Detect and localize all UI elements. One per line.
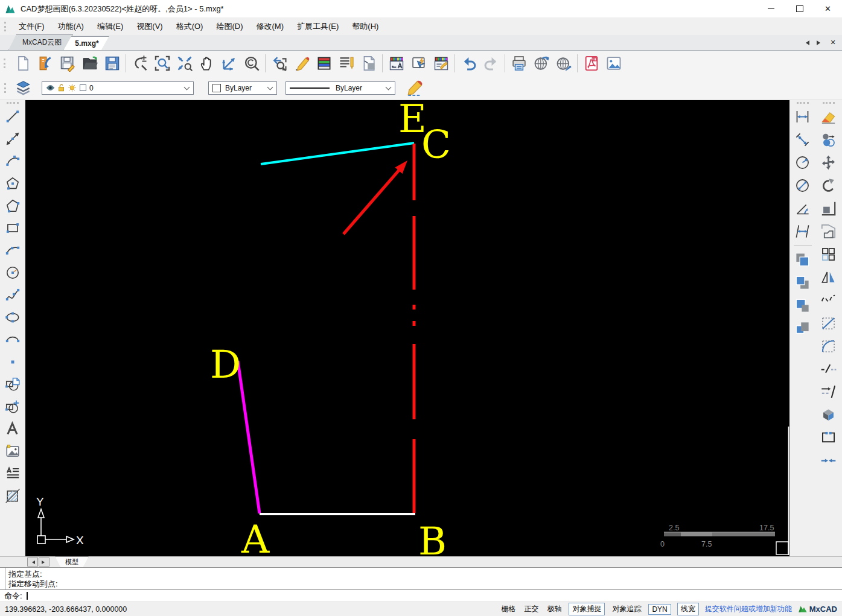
menu-item[interactable]: 视图(V) [130, 19, 169, 34]
layers-button[interactable] [12, 77, 34, 99]
status-toggle[interactable]: 线宽 [677, 603, 699, 615]
status-toggle[interactable]: 正交 [523, 603, 540, 615]
extend-button[interactable] [818, 380, 840, 403]
insert-block-button[interactable] [2, 373, 23, 395]
close-button[interactable]: ✕ [814, 0, 842, 17]
text-edit-button[interactable] [335, 52, 357, 75]
move-button[interactable] [818, 151, 840, 174]
offset-button[interactable] [818, 220, 840, 243]
order-back-button[interactable] [792, 271, 814, 294]
erase-button[interactable] [818, 105, 840, 128]
vertex-label-D[interactable]: D [210, 342, 241, 387]
text-button[interactable] [2, 418, 23, 440]
zoom-window-button[interactable] [151, 52, 173, 75]
undo-button[interactable] [458, 52, 480, 75]
arc-3point-button[interactable] [2, 239, 23, 261]
model-prev-button[interactable] [27, 557, 38, 567]
drawing-canvas-svg[interactable]: ECDABYX2.517.507.5 [25, 100, 789, 556]
menu-item[interactable]: 帮助(H) [345, 19, 385, 34]
menu-item[interactable]: 绘图(D) [209, 19, 249, 34]
status-toggle[interactable]: 对象捕捉 [569, 603, 605, 615]
dim-linear-button[interactable] [792, 105, 814, 128]
menu-item[interactable]: 编辑(E) [91, 19, 130, 34]
image-button[interactable] [2, 440, 23, 462]
export-pdf-button[interactable] [580, 52, 602, 75]
new-button[interactable] [11, 52, 34, 75]
arc-button[interactable] [2, 150, 23, 172]
vertex-label-C[interactable]: C [421, 122, 451, 167]
menu-item[interactable]: 修改(M) [249, 19, 290, 34]
publish-web-button[interactable] [530, 52, 552, 75]
print-button[interactable] [508, 52, 530, 75]
pan-button[interactable] [196, 52, 218, 75]
spline-button[interactable] [2, 284, 23, 306]
menu-item[interactable]: 功能(A) [51, 19, 91, 34]
ellipse-button[interactable] [2, 306, 23, 328]
redo-button[interactable] [480, 52, 502, 75]
zoom-center-button[interactable] [240, 52, 263, 75]
polyline-button[interactable] [2, 194, 23, 217]
tab-model[interactable]: 模型 [55, 556, 89, 568]
draw-pencil-button[interactable] [404, 77, 426, 99]
mirror-button[interactable] [818, 265, 840, 288]
chamfer-button[interactable] [818, 311, 840, 334]
join-button[interactable] [818, 449, 840, 472]
hatch-button[interactable] [2, 484, 23, 507]
line-DA-magenta[interactable] [238, 361, 260, 513]
fillet-button[interactable] [818, 334, 840, 357]
vertex-label-B[interactable]: B [418, 519, 447, 556]
feedback-link[interactable]: 提交软件问题或增加新功能 [705, 604, 792, 614]
rectangle-button[interactable] [2, 217, 23, 239]
maximize-button[interactable] [785, 0, 814, 17]
menu-item[interactable]: 扩展工具(E) [290, 19, 345, 34]
model-next-button[interactable] [39, 557, 49, 567]
dim-angular-button[interactable] [792, 197, 814, 220]
status-toggle[interactable]: 栅格 [500, 603, 517, 615]
xline-button[interactable] [2, 127, 23, 150]
command-input[interactable]: 命令: [0, 590, 842, 602]
document-tab[interactable]: MxCAD云图 [8, 34, 73, 50]
create-block-button[interactable] [2, 395, 23, 418]
document-tab-active[interactable]: 5.mxg* [63, 36, 109, 50]
vertex-label-A[interactable]: A [241, 517, 270, 556]
color-select[interactable]: ByLayer [208, 81, 277, 95]
zoom-dynamic-button[interactable] [218, 52, 240, 75]
copy-button[interactable] [818, 128, 840, 151]
open-folder-button[interactable] [78, 52, 101, 75]
text-style-button[interactable] [385, 52, 407, 75]
revcloud-button[interactable] [818, 288, 840, 311]
linetype-select[interactable]: ByLayer [285, 81, 395, 95]
open-drawing-button[interactable] [34, 52, 56, 75]
status-toggle[interactable]: 极轴 [546, 603, 563, 615]
array-button[interactable] [818, 243, 840, 265]
order-above-button[interactable] [792, 294, 814, 317]
menu-item[interactable]: 格式(O) [170, 19, 210, 34]
status-toggle[interactable]: 对象追踪 [611, 603, 642, 615]
drawing-canvas[interactable]: ECDABYX2.517.507.5 [25, 100, 789, 556]
color-list-button[interactable] [313, 52, 335, 75]
mtext-button[interactable] [2, 462, 23, 484]
order-below-button[interactable] [792, 317, 814, 340]
pointer-arrow[interactable] [343, 160, 407, 234]
scale-button[interactable] [818, 197, 840, 220]
trim-button[interactable] [818, 357, 840, 380]
order-front-button[interactable] [792, 248, 814, 271]
line-button[interactable] [2, 105, 23, 127]
ellipse-arc-button[interactable] [2, 328, 23, 351]
tab-next-button[interactable] [815, 38, 824, 48]
menu-item[interactable]: 文件(F) [12, 19, 51, 34]
tab-prev-button[interactable] [802, 38, 811, 48]
upload-web-button[interactable] [552, 52, 575, 75]
polygon-button[interactable] [2, 172, 23, 194]
page-setup-button[interactable] [357, 52, 380, 75]
point-button[interactable] [2, 351, 23, 373]
break-button[interactable] [818, 426, 840, 449]
layer-select[interactable]: 0 [42, 81, 194, 95]
zoom-scale-button[interactable] [129, 52, 151, 75]
save-button[interactable] [56, 52, 78, 75]
explode-button[interactable] [818, 403, 840, 426]
rotate-button[interactable] [818, 174, 840, 197]
zoom-extents-button[interactable] [173, 52, 196, 75]
tab-close-button[interactable]: ✕ [829, 38, 837, 48]
dim-diameter-button[interactable] [792, 174, 814, 197]
